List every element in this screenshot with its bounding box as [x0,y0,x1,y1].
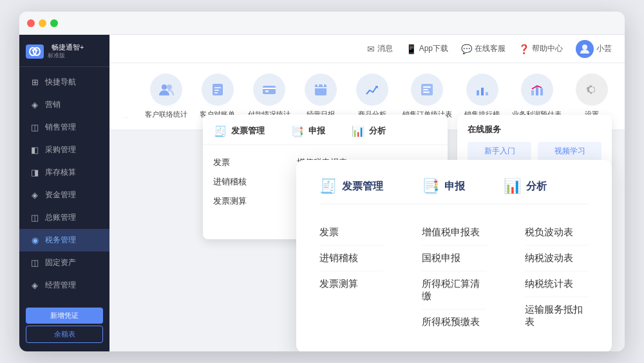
service-title: 在线服务 [468,124,601,135]
sidebar-item-operations[interactable]: ◈ 经营管理 [19,274,109,297]
sidebar-item-inventory[interactable]: ◨ 库存核算 [19,161,109,184]
sidebar-item-purchase[interactable]: ◧ 采购管理 [19,139,109,161]
topbar-help[interactable]: ❓ 帮助中心 [518,43,563,54]
dropdown-header: 🧾 发票管理 📑 申报 📊 分析 [203,124,448,145]
large-title-label: 发票管理 [342,180,383,193]
help-label: 帮助中心 [532,43,563,54]
topbar-online-service[interactable]: 💬 在线客服 [461,43,506,54]
topbar: ✉ 消息 📱 App下载 💬 在线客服 ❓ 帮助中心 [109,35,625,63]
video-learn-button[interactable]: 视频学习 [538,142,601,161]
large-item-tax-wave[interactable]: 纳税波动表 [525,246,589,271]
large-dropdown: 🧾 发票管理 📑 申报 📊 分析 [296,160,612,351]
svg-rect-14 [315,84,327,95]
ranking-icon [466,74,498,106]
svg-point-2 [32,49,34,51]
large-analysis-icon: 📊 [504,178,521,195]
sidebar-item-label: 采购管理 [45,144,76,155]
sales-icon: ◫ [30,123,40,133]
icon-cell-customer-stats[interactable]: 客户联络统计 [146,74,186,119]
icon-cell-settings[interactable]: 设置 [572,74,612,119]
large-item-national[interactable]: 国税申报 [422,246,486,271]
svg-point-5 [162,84,167,90]
marketing-icon: ◈ [30,100,40,110]
sidebar-item-label: 资金管理 [45,190,76,201]
large-item-tax-stats[interactable]: 纳税统计表 [525,271,589,297]
logo-subtitle: 标准版 [48,52,84,60]
order-stats-icon [411,74,443,106]
sidebar-item-tax[interactable]: ◉ 税务管理 [19,229,109,251]
download-icon: 📱 [406,44,417,54]
report-section-icon: 📑 [290,124,305,138]
dropdown-item-calc[interactable]: 发票测算 [213,191,278,211]
topbar-message[interactable]: ✉ 消息 [367,43,393,54]
sidebar-item-basic[interactable]: ℹ 基础信息 [19,297,109,302]
minimize-button[interactable] [39,19,46,27]
svg-rect-11 [263,86,276,94]
large-item-tax-burden[interactable]: 税负波动表 [525,220,589,246]
sidebar-item-marketing[interactable]: ◈ 营销 [19,93,109,116]
sidebar-item-quicknav[interactable]: ⊞ 快捷导航 [19,71,109,93]
large-title-invoice: 🧾 发票管理 [319,178,383,195]
svg-point-3 [36,49,38,51]
icon-cell-order-stats[interactable]: 销售订单统计表 [404,74,450,119]
large-title-label: 分析 [526,180,547,193]
dropdown-title-label: 发票管理 [231,125,265,137]
sidebar-logo: 畅捷通智+ 标准版 [19,35,109,67]
app-body: 畅捷通智+ 标准版 ⊞ 快捷导航 ◈ 营销 ◫ 销售管理 [19,35,625,351]
balance-sheet-button[interactable]: 余额表 [26,326,103,343]
large-col-analysis: 税负波动表 纳税波动表 纳税统计表 运输服务抵扣表 [525,220,589,335]
new-voucher-button[interactable]: 新增凭证 [26,308,103,324]
maximize-button[interactable] [50,19,58,27]
message-icon: ✉ [367,44,375,54]
large-title-label: 申报 [444,180,465,193]
customer-stats-icon [150,74,182,106]
large-item-calc[interactable]: 发票测算 [319,271,383,297]
large-item-vat[interactable]: 增值税申报表 [422,220,486,246]
sidebar-item-assets[interactable]: ◫ 固定资产 [19,251,109,274]
new-user-button[interactable]: 新手入门 [468,142,531,161]
invoice-section-icon: 🧾 [213,124,227,138]
dropdown-item-audit[interactable]: 进销稽核 [213,172,278,191]
sidebar-item-sales[interactable]: ◫ 销售管理 [19,116,109,139]
svg-rect-19 [423,86,431,88]
icon-cell-ranking[interactable]: 销售排行榜 [462,74,502,119]
online-label: 在线客服 [475,43,506,54]
statement-icon [202,74,234,106]
icon-cell-daily[interactable]: 经营日报 [301,74,341,119]
logo-icon [26,44,44,59]
sidebar-nav: ⊞ 快捷导航 ◈ 营销 ◫ 销售管理 ◧ 采购管理 ◨ 库存核算 [19,67,109,302]
sidebar-item-label: 库存核算 [45,167,76,178]
dropdown-title-analysis: 📊 分析 [351,124,399,138]
logo-title: 畅捷通智+ [52,43,84,52]
large-item-transport[interactable]: 运输服务抵扣表 [525,297,589,335]
large-item-invoice[interactable]: 发票 [319,220,383,246]
message-label: 消息 [377,43,393,54]
large-item-audit[interactable]: 进销稽核 [319,246,383,271]
topbar-download[interactable]: 📱 App下载 [406,43,448,54]
sidebar-item-finance[interactable]: ◈ 资金管理 [19,184,109,206]
large-col-invoice: 发票 进销稽核 发票测算 [319,220,383,335]
large-item-settlement[interactable]: 所得税汇算清缴 [422,271,486,309]
icon-cell-statement[interactable]: 客户对账单 [198,74,238,119]
sidebar-item-ledger[interactable]: ◫ 总账管理 [19,206,109,229]
svg-rect-26 [536,86,538,95]
icon-cell-payment-stats[interactable]: 付款情况统计 [249,74,289,119]
product-analysis-icon [356,74,388,106]
sidebar-item-label: 经营管理 [45,280,76,291]
sidebar-item-label: 税务管理 [45,235,76,246]
purchase-icon: ◧ [30,145,40,155]
icon-cell-product-analysis[interactable]: 商品分析 [352,74,392,119]
dropdown-item-invoice[interactable]: 发票 [213,153,278,172]
icon-cell-profit[interactable]: 业务利润预估表 [514,74,560,119]
avatar [576,40,594,58]
dropdown-title-invoice: 🧾 发票管理 [213,124,278,138]
assets-icon: ◫ [30,258,40,268]
payment-stats-icon [253,74,285,106]
large-item-prepay[interactable]: 所得税预缴表 [422,309,486,335]
close-button[interactable] [27,19,35,27]
online-icon: 💬 [461,44,472,54]
large-col-report: 增值税申报表 国税申报 所得税汇算清缴 所得税预缴表 [422,220,486,335]
topbar-user[interactable]: 小芸 [576,40,612,58]
svg-rect-20 [423,89,428,90]
svg-point-4 [582,44,587,50]
